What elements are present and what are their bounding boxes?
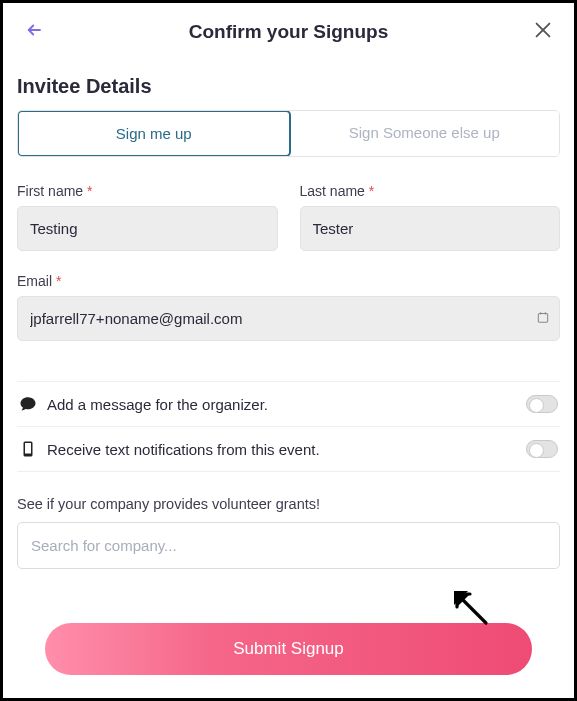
back-arrow-icon[interactable] [25,21,43,39]
last-name-input[interactable] [300,206,561,251]
modal-header: Confirm your Signups [17,15,560,57]
volunteer-grants-helper: See if your company provides volunteer g… [17,496,560,512]
option-text-notifications-label: Receive text notifications from this eve… [47,441,320,458]
first-name-label: First name * [17,183,278,199]
phone-icon [19,440,37,458]
modal-title: Confirm your Signups [189,21,389,43]
first-name-label-text: First name [17,183,83,199]
required-marker: * [369,183,374,199]
submit-signup-button[interactable]: Submit Signup [45,623,532,675]
option-add-message: Add a message for the organizer. [17,382,560,427]
toggle-text-notifications[interactable] [526,440,558,458]
svg-rect-5 [25,443,31,454]
last-name-label: Last name * [300,183,561,199]
email-label-text: Email [17,273,52,289]
tab-sign-me-up[interactable]: Sign me up [17,110,291,157]
required-marker: * [56,273,61,289]
first-name-input[interactable] [17,206,278,251]
last-name-label-text: Last name [300,183,365,199]
required-marker: * [87,183,92,199]
speech-bubble-icon [19,395,37,413]
email-label: Email * [17,273,560,289]
option-text-notifications: Receive text notifications from this eve… [17,427,560,472]
email-input[interactable] [17,296,560,341]
signup-tab-group: Sign me up Sign Someone else up [17,110,560,157]
company-search-input[interactable] [17,522,560,569]
close-icon[interactable] [532,19,554,41]
section-title: Invitee Details [17,75,560,98]
option-add-message-label: Add a message for the organizer. [47,396,268,413]
tab-sign-someone-else[interactable]: Sign Someone else up [290,111,560,156]
toggle-add-message[interactable] [526,395,558,413]
